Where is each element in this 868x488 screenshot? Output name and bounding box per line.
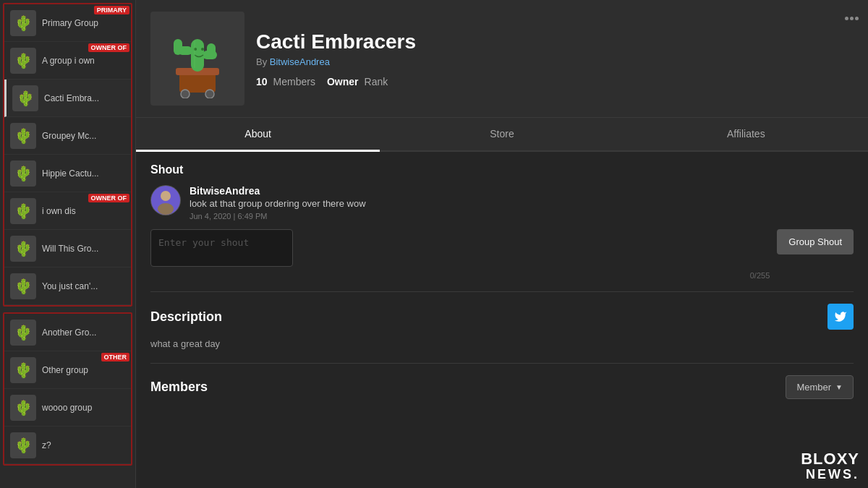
shout-message: BitwiseAndrea look at that group orderin…: [150, 185, 854, 221]
group-icon: 🌵: [10, 432, 36, 458]
group-icon: 🌵: [10, 236, 36, 262]
svg-point-3: [205, 90, 214, 98]
group-icon: 🌵: [10, 48, 36, 74]
svg-rect-8: [207, 43, 216, 59]
svg-point-2: [181, 90, 190, 98]
sidebar-item-label: i own dis: [42, 206, 125, 216]
shout-date: Jun 4, 2020 | 6:49 PM: [190, 212, 366, 221]
shout-title: Shout: [150, 163, 854, 176]
sidebar-item-cacti-embracers[interactable]: 🌵 Cacti Embra...: [4, 80, 131, 117]
creator-link[interactable]: BitwiseAndrea: [270, 56, 330, 67]
member-role-dropdown[interactable]: Member ▼: [786, 375, 854, 399]
description-text: what a great day: [150, 337, 854, 351]
group-icon-large: [150, 12, 244, 106]
three-dots-menu[interactable]: [844, 9, 859, 24]
rank-label: Owner: [327, 76, 359, 87]
group-shout-button[interactable]: Group Shout: [777, 229, 854, 254]
sidebar-item-label: Hippie Cactu...: [42, 168, 125, 179]
shout-text-block: BitwiseAndrea look at that group orderin…: [190, 185, 366, 221]
description-section: Description what a great day: [150, 292, 854, 364]
sidebar-item-woooo-group[interactable]: 🌵 woooo group: [4, 389, 131, 427]
group-icon: 🌵: [10, 273, 36, 299]
sidebar-item-label: z?: [42, 440, 125, 450]
members-title: Members: [150, 380, 208, 395]
sidebar-item-group-i-own[interactable]: 🌵 A group i own OWNER OF: [4, 42, 131, 80]
tab-store[interactable]: Store: [380, 118, 624, 152]
twitter-button[interactable]: [827, 304, 854, 330]
other-section: 🌵 Another Gro... 🌵 Other group OTHER 🌵 w…: [3, 312, 132, 466]
sidebar-item-label: Cacti Embra...: [44, 93, 125, 103]
group-info: Cacti Embracers By BitwiseAndrea 10 Memb…: [256, 30, 854, 87]
creator-by-label: By: [256, 56, 267, 67]
group-icon: 🌵: [10, 395, 36, 421]
other-badge: OTHER: [101, 353, 130, 361]
group-creator: By BitwiseAndrea: [256, 56, 854, 67]
group-name: Cacti Embracers: [256, 30, 854, 53]
tab-about[interactable]: About: [136, 118, 380, 152]
member-dropdown-label: Member: [796, 382, 831, 393]
shout-input-row: 0/255 Group Shout: [150, 229, 854, 280]
sidebar-item-hippie-cactu[interactable]: 🌵 Hippie Cactu...: [4, 155, 131, 192]
owner-badge: OWNER OF: [88, 194, 130, 202]
sidebar-item-label: woooo group: [42, 403, 125, 413]
shout-textarea[interactable]: [150, 229, 293, 267]
tabs-bar: About Store Affiliates: [136, 118, 868, 152]
watermark: BLOXY NEWS.: [801, 450, 859, 482]
sidebar-item-i-own-dis[interactable]: 🌵 i own dis OWNER OF: [4, 192, 131, 230]
sidebar-item-label: Other group: [42, 365, 125, 375]
svg-rect-6: [174, 39, 182, 55]
description-header: Description: [150, 304, 854, 330]
sidebar-item-z[interactable]: 🌵 z?: [4, 427, 131, 464]
sidebar-item-label: Another Gro...: [42, 328, 125, 338]
sidebar-item-you-just-cant[interactable]: 🌵 You just can'...: [4, 267, 131, 305]
sidebar-item-label: Will This Gro...: [42, 244, 125, 254]
group-icon: 🌵: [10, 10, 36, 36]
sidebar-item-groupey-mc[interactable]: 🌵 Groupey Mc...: [4, 117, 131, 155]
group-header: Cacti Embracers By BitwiseAndrea 10 Memb…: [136, 0, 868, 118]
shout-avatar: [150, 185, 181, 215]
svg-point-13: [161, 191, 171, 201]
description-title: Description: [150, 309, 222, 325]
sidebar: 🌵 Primary Group PRIMARY 🌵 A group i own …: [0, 0, 136, 488]
main-content: Cacti Embracers By BitwiseAndrea 10 Memb…: [136, 0, 868, 488]
svg-point-10: [201, 48, 204, 51]
sidebar-item-label: Groupey Mc...: [42, 131, 125, 141]
shout-char-count: 0/255: [150, 271, 770, 280]
group-icon: 🌵: [10, 123, 36, 149]
sidebar-item-another-gro[interactable]: 🌵 Another Gro...: [4, 314, 131, 351]
members-count: 10: [256, 76, 268, 87]
group-icon: 🌵: [10, 320, 36, 346]
sidebar-item-other-group[interactable]: 🌵 Other group OTHER: [4, 351, 131, 389]
sidebar-item-primary-group[interactable]: 🌵 Primary Group PRIMARY: [4, 4, 131, 42]
shout-body: look at that group ordering over there w…: [190, 198, 366, 209]
members-header: Members Member ▼: [150, 375, 854, 399]
svg-point-14: [158, 203, 174, 215]
sidebar-item-will-this-gro[interactable]: 🌵 Will This Gro...: [4, 230, 131, 267]
primary-section: 🌵 Primary Group PRIMARY 🌵 A group i own …: [3, 3, 132, 307]
about-content: Shout BitwiseAndrea look at that group o…: [136, 152, 868, 488]
owner-badge: OWNER OF: [88, 43, 130, 52]
watermark-line2: NEWS.: [801, 468, 859, 482]
group-icon: 🌵: [10, 198, 36, 224]
group-stats: 10 Members Owner Rank: [256, 76, 854, 87]
watermark-line1: BLOXY: [801, 450, 859, 468]
sidebar-item-label: A group i own: [42, 56, 125, 66]
shout-section: Shout BitwiseAndrea look at that group o…: [150, 152, 854, 292]
members-section: Members Member ▼: [150, 364, 854, 411]
sidebar-item-label: You just can'...: [42, 281, 125, 291]
sidebar-item-label: Primary Group: [42, 18, 125, 28]
group-icon: 🌵: [12, 85, 38, 111]
rank-suffix: Rank: [365, 76, 388, 87]
shout-username: BitwiseAndrea: [190, 185, 366, 197]
tab-affiliates[interactable]: Affiliates: [624, 118, 868, 152]
group-icon: 🌵: [10, 160, 36, 187]
members-label: Members: [273, 76, 315, 87]
chevron-down-icon: ▼: [835, 383, 843, 391]
primary-badge: PRIMARY: [94, 6, 129, 14]
group-icon: 🌵: [10, 357, 36, 383]
